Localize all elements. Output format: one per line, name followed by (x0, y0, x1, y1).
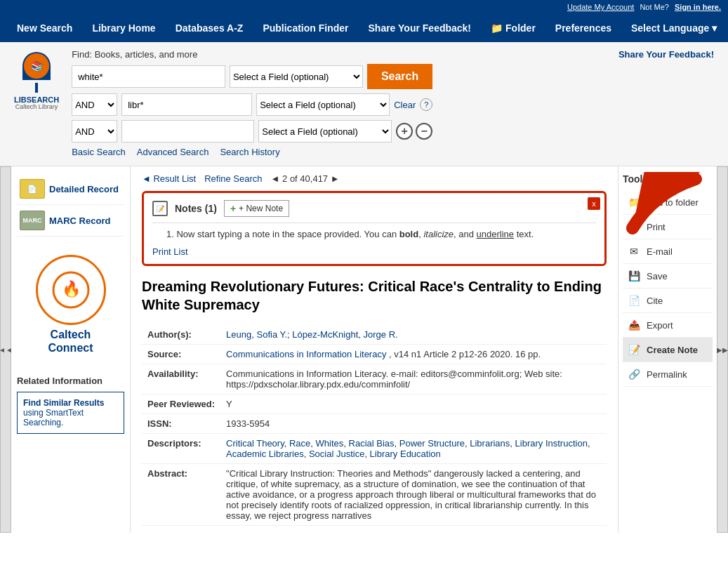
svg-text:🔥: 🔥 (61, 279, 81, 298)
add-row-button[interactable]: + (396, 123, 413, 140)
peer-reviewed-value: Y (220, 395, 607, 414)
author-2-link[interactable]: López-McKnight, Jorge R. (292, 329, 397, 340)
tool-add-to-folder[interactable]: 📁 Add to folder (623, 190, 713, 215)
nav-bar: New Search Library Home Databases A-Z Pu… (0, 14, 728, 42)
search-input-2[interactable] (121, 93, 252, 116)
descriptor-social-justice[interactable]: Social Justice (309, 449, 364, 459)
descriptor-library-instruction[interactable]: Library Instruction (515, 438, 588, 449)
notes-header: 📝 Notes (1) + + New Note (152, 200, 596, 223)
update-account-link[interactable]: Update My Account (567, 3, 634, 11)
descriptor-power-structure[interactable]: Power Structure (399, 438, 465, 449)
table-row-availability: Availability: Communications in Informat… (142, 364, 607, 395)
left-sidebar: 📄 Detailed Record MARC MARC Record 🔥 Cal… (11, 166, 131, 533)
print-icon: 🖨 (626, 220, 642, 234)
sign-in-link[interactable]: Sign in here. (675, 3, 721, 11)
caltech-connect-logo[interactable]: 🔥 Caltech Connect (17, 248, 124, 362)
availability-value: Communications in Information Literacy. … (220, 364, 607, 395)
right-sidebar: Tools 📁 Add to folder 🖨 Print ✉ E-mail 💾… (618, 166, 717, 533)
tool-print[interactable]: 🖨 Print (623, 215, 713, 239)
tool-save[interactable]: 💾 Save (623, 264, 713, 289)
remove-row-button[interactable]: − (416, 123, 432, 140)
tools-header: Tools (623, 173, 713, 185)
operator-select-2[interactable]: ANDORNOT (72, 93, 117, 116)
source-detail: , v14 n1 Article 2 p12-26 2020. 16 pp. (389, 349, 541, 359)
nav-share-feedback[interactable]: Share Your Feedback! (359, 14, 482, 42)
refine-search-link[interactable]: Refine Search (204, 173, 262, 184)
advanced-search-link[interactable]: Advanced Search (137, 147, 209, 157)
find-label: Find: Books, articles, and more (72, 49, 432, 60)
descriptor-critical-theory[interactable]: Critical Theory (226, 438, 284, 449)
create-note-icon: 📝 (626, 343, 642, 357)
tool-create-note[interactable]: 📝 Create Note (623, 338, 713, 362)
result-list-link[interactable]: ◄ Result List (142, 173, 196, 184)
result-position: ◄ 2 of 40,417 ► (271, 173, 340, 184)
availability-label: Availability: (142, 364, 220, 395)
issn-value: 1933-5954 (220, 414, 607, 434)
nav-select-language[interactable]: Select Language ▾ (621, 14, 727, 42)
descriptor-librarians[interactable]: Librarians (470, 438, 510, 449)
email-icon: ✉ (626, 244, 642, 258)
source-link[interactable]: Communications in Information Literacy (226, 349, 386, 359)
metadata-table: Author(s): Leung, Sofia Y.; López-McKnig… (142, 325, 607, 526)
basic-search-link[interactable]: Basic Search (72, 147, 126, 157)
notes-title: Notes (1) (175, 203, 217, 214)
issn-label: ISSN: (142, 414, 220, 434)
nav-library-home[interactable]: Library Home (82, 14, 165, 42)
right-collapse-btn[interactable]: ▶▶ (717, 166, 728, 533)
sidebar-label-detailed: Detailed Record (49, 184, 119, 194)
descriptor-racial-bias[interactable]: Racial Bias (349, 438, 395, 449)
descriptor-whites[interactable]: Whites (316, 438, 344, 449)
folder-icon: 📁 (491, 22, 503, 34)
tool-export[interactable]: 📤 Export (623, 313, 713, 338)
sidebar-label-marc: MARC Record (49, 216, 110, 226)
nav-databases-az[interactable]: Databases A-Z (166, 14, 253, 42)
descriptor-library-education[interactable]: Library Education (370, 449, 441, 459)
field-select-2[interactable]: Select a Field (optional) (256, 93, 390, 116)
table-row-peer-reviewed: Peer Reviewed: Y (142, 395, 607, 414)
tool-cite[interactable]: 📄 Cite (623, 289, 713, 313)
author-1-link[interactable]: Leung, Sofia Y. (226, 329, 287, 340)
tool-email[interactable]: ✉ E-mail (623, 239, 713, 264)
abstract-value: "Critical Library Instruction: Theories … (220, 464, 607, 526)
article-title: Dreaming Revolutionary Futures: Critical… (142, 277, 607, 314)
share-feedback-header-link[interactable]: Share Your Feedback! (618, 49, 714, 60)
descriptor-academic-libraries[interactable]: Academic Libraries (226, 449, 304, 459)
operator-select-3[interactable]: ANDORNOT (72, 120, 117, 142)
table-row-descriptors: Descriptors: Critical Theory, Race, Whit… (142, 434, 607, 464)
field-select-3[interactable]: Select a Field (optional) (258, 120, 392, 142)
notes-close-button[interactable]: x (588, 197, 600, 210)
find-similar-link[interactable]: Find Similar Results (23, 398, 104, 408)
clear-link[interactable]: Clear (394, 100, 416, 110)
result-nav: ◄ Result List Refine Search ◄ 2 of 40,41… (142, 173, 607, 184)
descriptor-race[interactable]: Race (289, 438, 310, 449)
marc-icon: MARC (20, 211, 45, 230)
search-input-1[interactable] (72, 65, 225, 88)
field-select-1[interactable]: Select a Field (optional) (230, 65, 363, 88)
print-list-link[interactable]: Print List (152, 246, 188, 257)
nav-new-search[interactable]: New Search (7, 14, 82, 42)
find-similar-box[interactable]: Find Similar Results using SmartText Sea… (17, 392, 124, 434)
permalink-icon: 🔗 (626, 367, 642, 381)
notes-icon: 📝 (152, 201, 168, 216)
libsearch-logo: 📚 LIBSEARCH Caltech Library (14, 52, 59, 111)
nav-publication-finder[interactable]: Publication Finder (253, 14, 358, 42)
search-button[interactable]: Search (367, 64, 432, 89)
table-row-abstract: Abstract: "Critical Library Instruction:… (142, 464, 607, 526)
main-layout: ◄◄ 📄 Detailed Record MARC MARC Record 🔥 … (0, 166, 728, 533)
source-label: Source: (142, 345, 220, 364)
search-history-link[interactable]: Search History (220, 147, 279, 157)
search-input-3[interactable] (121, 120, 254, 142)
related-info-header: Related Information (17, 376, 124, 386)
top-bar: Update My Account Not Me? Sign in here. (0, 0, 728, 14)
descriptors-value: Critical Theory, Race, Whites, Racial Bi… (220, 434, 607, 464)
cite-icon: 📄 (626, 293, 642, 307)
sidebar-item-marc-record[interactable]: MARC MARC Record (17, 205, 124, 237)
help-circle[interactable]: ? (420, 98, 432, 111)
new-note-button[interactable]: + + New Note (224, 200, 289, 217)
sidebar-item-detailed-record[interactable]: 📄 Detailed Record (17, 173, 124, 205)
save-icon: 💾 (626, 269, 642, 283)
left-collapse-btn[interactable]: ◄◄ (0, 166, 11, 533)
nav-folder[interactable]: 📁Folder (481, 14, 545, 42)
nav-preferences[interactable]: Preferences (545, 14, 621, 42)
tool-permalink[interactable]: 🔗 Permalink (623, 362, 713, 387)
